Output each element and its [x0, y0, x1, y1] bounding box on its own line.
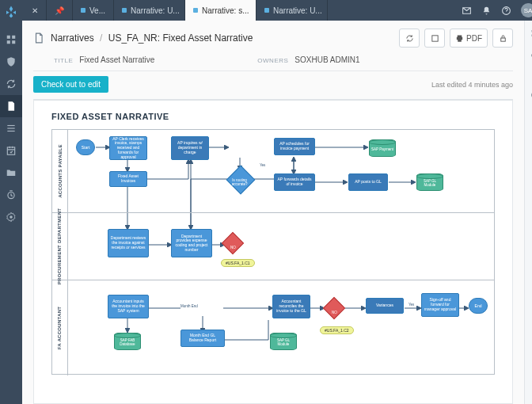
main-area: ✕ 📌 Ve... Narrative: U... Narrative: s..… [22, 0, 532, 404]
node-fixed-asset-inv: Fixed Asset Invoices [109, 171, 147, 187]
help-icon[interactable] [501, 6, 511, 16]
lock-icon [499, 34, 507, 43]
node-ap-inquires: AP inquires w/ department in charge [171, 136, 209, 160]
lane-accounts-payable: ACCOUNTS PAYABLE Start AP Clerk receives… [52, 130, 494, 213]
svg-rect-11 [432, 35, 438, 40]
node-acct-reconciles: Accountant reconciles the invoice to the… [272, 295, 310, 318]
node-end: End [469, 298, 488, 314]
sidebar-item-shield[interactable] [0, 51, 22, 73]
svg-rect-0 [7, 36, 10, 39]
svg-rect-2 [7, 40, 10, 44]
last-edited-label: Last edited 4 minutes ago [431, 81, 513, 89]
pin-icon: 📌 [55, 6, 64, 15]
share-button[interactable] [424, 29, 445, 48]
node-acct-inputs: Accountant inputs the invoice into the S… [108, 295, 149, 318]
node-ap-schedules: AP schedules for invoice payment [274, 138, 315, 155]
breadcrumb: Narratives / US_FA_NR: Fixed Asset Narra… [51, 32, 253, 44]
page: Narratives / US_FA_NR: Fixed Asset Narra… [22, 21, 524, 404]
svg-rect-4 [7, 125, 14, 126]
tab-label: Narrative: U... [131, 6, 180, 15]
toolbar-buttons: PDF [399, 29, 513, 48]
share-icon [431, 34, 439, 43]
sidebar-item-document[interactable] [0, 95, 22, 117]
print-pdf-button[interactable]: PDF [450, 29, 488, 48]
node-sap-gl: SAP GL Module [416, 173, 443, 191]
breadcrumb-current: US_FA_NR: Fixed Asset Narrative [108, 32, 253, 44]
checkout-button[interactable]: Check out to edit [33, 76, 108, 93]
tab-narrative-3[interactable]: Narrative: U... [256, 0, 328, 21]
node-variances: Variances [366, 298, 404, 314]
tab-label: Narrative: s... [202, 6, 249, 15]
node-dept-reviews: Department reviews the invoice against r… [108, 229, 149, 257]
sidebar-item-dashboard[interactable] [0, 29, 22, 51]
label-month-end: Month End [180, 304, 198, 308]
sidebar-item-refresh[interactable] [0, 73, 22, 95]
node-dept-provides: Department provides expense coding and p… [171, 229, 212, 257]
refresh-icon [405, 34, 414, 43]
tab-dot-icon [264, 8, 269, 13]
node-ap-clerk: AP Clerk receives invoice, stamps receiv… [109, 136, 147, 160]
svg-rect-3 [12, 40, 15, 44]
tab-narrative-1[interactable]: Narrative: U... [114, 0, 185, 21]
tab-pinned-1[interactable]: ✕ [22, 0, 47, 21]
lock-button[interactable] [492, 29, 513, 48]
breadcrumb-row: Narratives / US_FA_NR: Fixed Asset Narra… [33, 29, 513, 48]
svg-point-9 [10, 215, 13, 219]
right-rail [524, 21, 532, 404]
node-ap-posts: AP posts to GL [348, 173, 388, 191]
bell-icon[interactable] [481, 6, 492, 16]
print-icon [455, 34, 464, 43]
flowchart: ACCOUNTS PAYABLE Start AP Clerk receives… [51, 129, 495, 375]
refresh-button[interactable] [399, 29, 420, 48]
mail-icon[interactable] [462, 6, 472, 16]
tab-label: Narrative: U... [273, 6, 322, 15]
node-ref2: #US.FA_1.C2 [320, 326, 354, 334]
node-ap-forwards: AP forwards details of invoice [274, 173, 315, 191]
node-ref1: #US.FA_1.C1 [221, 259, 255, 267]
sidebar-item-settings[interactable] [0, 206, 22, 228]
node-sap-fab: SAP FAB Database [114, 333, 141, 350]
node-ref-diamond-1: NO [222, 232, 244, 254]
avatar[interactable]: SA [521, 3, 532, 17]
tab-dot-icon [81, 8, 86, 13]
lane-procurement: PROCUREMENT DEPARTMENT Department review… [52, 213, 494, 280]
svg-rect-1 [12, 36, 15, 39]
tab-bar: ✕ 📌 Ve... Narrative: U... Narrative: s..… [22, 0, 532, 21]
close-icon[interactable]: ✕ [32, 6, 38, 15]
document-title: FIXED ASSET NARRATIVE [51, 112, 495, 121]
document-icon [33, 32, 44, 44]
left-sidebar [0, 0, 22, 404]
tab-dot-icon [193, 8, 198, 13]
content: Narratives / US_FA_NR: Fixed Asset Narra… [22, 21, 532, 404]
svg-rect-6 [7, 131, 14, 131]
node-signoff: Sign-off and forward for manager approva… [421, 293, 459, 317]
tab-label: Ve... [89, 6, 105, 15]
breadcrumb-parent[interactable]: Narratives [51, 32, 94, 44]
lane-fa-accountant: FA ACCOUNTANT Accountant inputs the invo… [52, 280, 494, 375]
sidebar-item-clock[interactable] [0, 184, 22, 206]
sidebar-item-calendar[interactable] [0, 139, 22, 162]
breadcrumb-separator: / [100, 32, 102, 44]
tab-narrative-active[interactable]: Narrative: s... [185, 0, 256, 21]
lane-label: FA ACCOUNTANT [52, 280, 68, 375]
lane-label: ACCOUNTS PAYABLE [52, 130, 68, 212]
node-start: Start [76, 139, 95, 155]
svg-rect-7 [7, 147, 14, 154]
sidebar-item-folder[interactable] [0, 162, 22, 184]
topbar-right: SA [452, 0, 532, 21]
meta-title: TITLEFixed Asset Narrative [54, 55, 154, 64]
meta-row: TITLEFixed Asset Narrative OWNERSSOXHUB … [33, 48, 513, 71]
document-panel: FIXED ASSET NARRATIVE [33, 99, 513, 404]
svg-rect-5 [7, 128, 14, 128]
lane-label: PROCUREMENT DEPARTMENT [52, 213, 68, 280]
svg-rect-12 [500, 38, 505, 41]
app-logo-icon [4, 5, 18, 19]
sidebar-item-list[interactable] [0, 117, 22, 139]
node-ref-diamond-2: NO [323, 297, 345, 319]
tab-pinned-2[interactable]: 📌 [47, 0, 73, 21]
node-sap-payment: SAP Payment [369, 139, 396, 157]
meta-owners: OWNERSSOXHUB ADMIN1 [257, 55, 359, 64]
edit-row: Check out to edit Last edited 4 minutes … [33, 71, 513, 97]
tab-dot-icon [122, 8, 127, 13]
tab-ve[interactable]: Ve... [73, 0, 114, 21]
